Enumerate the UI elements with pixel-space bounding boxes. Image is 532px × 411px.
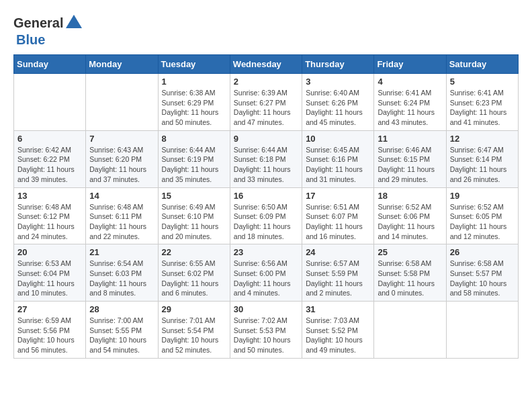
calendar-cell: 15Sunrise: 6:49 AM Sunset: 6:10 PM Dayli… [158,187,230,244]
day-number: 3 [306,77,370,87]
calendar-cell: 3Sunrise: 6:40 AM Sunset: 6:26 PM Daylig… [302,74,374,131]
day-of-week-header: Sunday [14,55,86,74]
day-of-week-header: Wednesday [230,55,302,74]
day-info: Sunrise: 6:40 AM Sunset: 6:26 PM Dayligh… [306,88,370,128]
day-number: 28 [89,304,154,314]
day-info: Sunrise: 6:42 AM Sunset: 6:22 PM Dayligh… [17,145,82,185]
calendar-cell [446,302,518,359]
calendar-cell: 7Sunrise: 6:43 AM Sunset: 6:20 PM Daylig… [86,130,158,187]
logo-text-general: General [13,15,63,31]
day-number: 8 [162,134,226,144]
day-number: 14 [89,191,154,201]
day-info: Sunrise: 6:52 AM Sunset: 6:06 PM Dayligh… [378,202,442,242]
day-number: 18 [378,191,442,201]
day-info: Sunrise: 6:39 AM Sunset: 6:27 PM Dayligh… [234,88,298,128]
day-number: 31 [306,304,370,314]
day-of-week-header: Tuesday [158,55,230,74]
calendar-cell: 25Sunrise: 6:58 AM Sunset: 5:58 PM Dayli… [374,244,446,302]
day-info: Sunrise: 6:44 AM Sunset: 6:18 PM Dayligh… [234,145,298,185]
calendar-cell: 16Sunrise: 6:50 AM Sunset: 6:09 PM Dayli… [230,187,302,244]
day-number: 2 [234,77,298,87]
day-info: Sunrise: 6:59 AM Sunset: 5:56 PM Dayligh… [17,316,82,355]
calendar-cell [86,74,158,131]
day-info: Sunrise: 6:49 AM Sunset: 6:10 PM Dayligh… [162,202,226,242]
day-number: 6 [17,134,82,144]
calendar-cell: 24Sunrise: 6:57 AM Sunset: 5:59 PM Dayli… [302,244,374,302]
calendar-cell: 23Sunrise: 6:56 AM Sunset: 6:00 PM Dayli… [230,244,302,302]
day-info: Sunrise: 6:54 AM Sunset: 6:03 PM Dayligh… [89,259,154,298]
logo-icon [64,13,83,32]
calendar-cell: 10Sunrise: 6:45 AM Sunset: 6:16 PM Dayli… [302,130,374,187]
day-info: Sunrise: 6:45 AM Sunset: 6:16 PM Dayligh… [306,145,370,185]
day-number: 10 [306,134,370,144]
day-info: Sunrise: 6:52 AM Sunset: 6:05 PM Dayligh… [450,202,515,242]
calendar-cell: 21Sunrise: 6:54 AM Sunset: 6:03 PM Dayli… [86,244,158,302]
day-number: 1 [162,77,226,87]
calendar-cell: 31Sunrise: 7:03 AM Sunset: 5:52 PM Dayli… [302,302,374,359]
calendar-header-row: SundayMondayTuesdayWednesdayThursdayFrid… [14,55,519,74]
calendar-cell: 6Sunrise: 6:42 AM Sunset: 6:22 PM Daylig… [14,130,86,187]
calendar-cell: 26Sunrise: 6:58 AM Sunset: 5:57 PM Dayli… [446,244,518,302]
day-number: 30 [234,304,298,314]
day-info: Sunrise: 6:48 AM Sunset: 6:11 PM Dayligh… [89,202,154,242]
calendar-cell: 18Sunrise: 6:52 AM Sunset: 6:06 PM Dayli… [374,187,446,244]
day-info: Sunrise: 6:44 AM Sunset: 6:19 PM Dayligh… [162,145,226,185]
day-info: Sunrise: 6:58 AM Sunset: 5:57 PM Dayligh… [450,259,515,298]
day-number: 13 [17,191,82,201]
day-number: 7 [89,134,154,144]
day-number: 21 [89,247,154,257]
day-number: 25 [378,247,442,257]
day-number: 4 [378,77,442,87]
day-of-week-header: Saturday [446,55,518,74]
page-header: General Blue [13,13,519,48]
day-info: Sunrise: 6:51 AM Sunset: 6:07 PM Dayligh… [306,202,370,242]
calendar-cell: 22Sunrise: 6:55 AM Sunset: 6:02 PM Dayli… [158,244,230,302]
day-number: 29 [162,304,226,314]
day-info: Sunrise: 6:41 AM Sunset: 6:24 PM Dayligh… [378,88,442,128]
calendar-week-row: 6Sunrise: 6:42 AM Sunset: 6:22 PM Daylig… [14,130,519,187]
calendar-week-row: 20Sunrise: 6:53 AM Sunset: 6:04 PM Dayli… [14,244,519,302]
day-number: 19 [450,191,515,201]
day-info: Sunrise: 6:46 AM Sunset: 6:15 PM Dayligh… [378,145,442,185]
calendar-week-row: 1Sunrise: 6:38 AM Sunset: 6:29 PM Daylig… [14,74,519,131]
logo-text-blue: Blue [16,32,45,47]
day-info: Sunrise: 6:43 AM Sunset: 6:20 PM Dayligh… [89,145,154,185]
calendar-cell: 30Sunrise: 7:02 AM Sunset: 5:53 PM Dayli… [230,302,302,359]
day-info: Sunrise: 7:03 AM Sunset: 5:52 PM Dayligh… [306,316,370,355]
day-info: Sunrise: 6:55 AM Sunset: 6:02 PM Dayligh… [162,259,226,298]
calendar-cell: 27Sunrise: 6:59 AM Sunset: 5:56 PM Dayli… [14,302,86,359]
day-info: Sunrise: 6:58 AM Sunset: 5:58 PM Dayligh… [378,259,442,298]
day-number: 23 [234,247,298,257]
calendar-week-row: 27Sunrise: 6:59 AM Sunset: 5:56 PM Dayli… [14,302,519,359]
logo: General Blue [13,13,83,48]
day-number: 16 [234,191,298,201]
calendar-table: SundayMondayTuesdayWednesdayThursdayFrid… [13,54,519,359]
day-number: 24 [306,247,370,257]
calendar-cell [374,302,446,359]
day-of-week-header: Monday [86,55,158,74]
day-info: Sunrise: 6:47 AM Sunset: 6:14 PM Dayligh… [450,145,515,185]
day-number: 20 [17,247,82,257]
calendar-cell: 5Sunrise: 6:41 AM Sunset: 6:23 PM Daylig… [446,74,518,131]
calendar-cell: 8Sunrise: 6:44 AM Sunset: 6:19 PM Daylig… [158,130,230,187]
calendar-cell: 19Sunrise: 6:52 AM Sunset: 6:05 PM Dayli… [446,187,518,244]
calendar-cell: 1Sunrise: 6:38 AM Sunset: 6:29 PM Daylig… [158,74,230,131]
day-number: 11 [378,134,442,144]
calendar-cell: 20Sunrise: 6:53 AM Sunset: 6:04 PM Dayli… [14,244,86,302]
day-of-week-header: Thursday [302,55,374,74]
day-number: 12 [450,134,515,144]
calendar-cell: 2Sunrise: 6:39 AM Sunset: 6:27 PM Daylig… [230,74,302,131]
day-number: 27 [17,304,82,314]
calendar-cell: 14Sunrise: 6:48 AM Sunset: 6:11 PM Dayli… [86,187,158,244]
day-info: Sunrise: 6:41 AM Sunset: 6:23 PM Dayligh… [450,88,515,128]
day-number: 5 [450,77,515,87]
day-number: 9 [234,134,298,144]
calendar-cell: 11Sunrise: 6:46 AM Sunset: 6:15 PM Dayli… [374,130,446,187]
calendar-cell: 28Sunrise: 7:00 AM Sunset: 5:55 PM Dayli… [86,302,158,359]
day-info: Sunrise: 6:57 AM Sunset: 5:59 PM Dayligh… [306,259,370,298]
calendar-cell [14,74,86,131]
day-info: Sunrise: 6:53 AM Sunset: 6:04 PM Dayligh… [17,259,82,298]
calendar-cell: 9Sunrise: 6:44 AM Sunset: 6:18 PM Daylig… [230,130,302,187]
day-number: 26 [450,247,515,257]
day-info: Sunrise: 7:01 AM Sunset: 5:54 PM Dayligh… [162,316,226,355]
